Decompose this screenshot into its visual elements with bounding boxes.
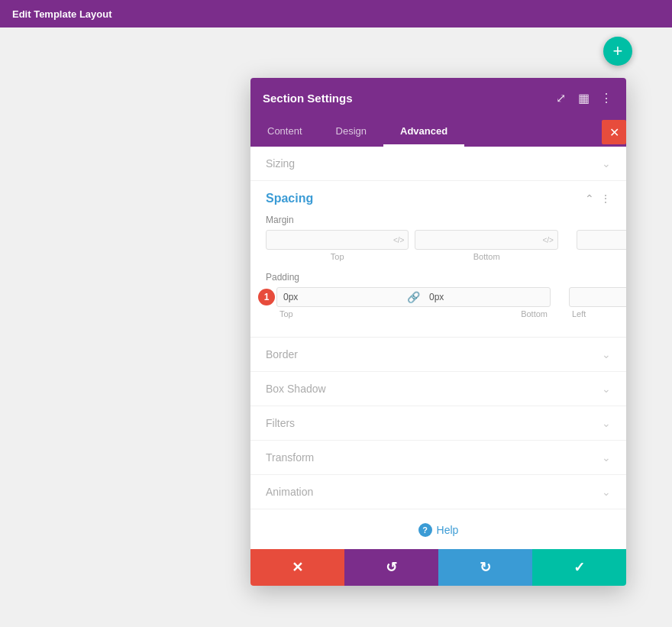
tab-advanced[interactable]: Advanced	[383, 118, 464, 147]
filters-section-row[interactable]: Filters ⌄	[250, 406, 626, 441]
spacing-more-icon[interactable]: ⋮	[600, 192, 611, 205]
margin-fields-row: </> Top </> Bottom	[266, 230, 611, 261]
padding-left-label: Left	[572, 309, 586, 318]
cancel-button[interactable]: ✕	[250, 549, 344, 586]
filters-label: Filters	[266, 417, 295, 429]
padding-top-label: Top	[279, 309, 293, 318]
margin-bottom-label: Bottom	[473, 252, 500, 261]
box-shadow-label: Box Shadow	[266, 383, 326, 395]
transform-label: Transform	[266, 451, 314, 464]
spacing-header: Spacing ⌃ ⋮	[266, 181, 611, 215]
padding-fields-row: 1 🔗 Top Bottom	[266, 287, 611, 318]
padding-tb-group: 🔗 Top Bottom	[276, 287, 551, 318]
margin-top-input-pair: </>	[266, 230, 409, 250]
spacing-section: Spacing ⌃ ⋮ Margin </> Top	[250, 181, 626, 338]
section-settings-modal: Section Settings ⤢ ▦ ⋮ Content Design Ad…	[250, 78, 626, 586]
columns-icon[interactable]: ▦	[576, 90, 591, 105]
margin-top-unit[interactable]: </>	[393, 232, 408, 248]
confirm-button[interactable]: ✓	[532, 549, 626, 586]
more-options-icon[interactable]: ⋮	[599, 90, 614, 105]
border-chevron-down-icon: ⌄	[602, 348, 611, 360]
margin-left-group: </> Left	[577, 230, 626, 261]
tab-content[interactable]: Content	[250, 118, 319, 147]
padding-link-icon[interactable]: 🔗	[404, 291, 423, 303]
animation-chevron-down-icon: ⌄	[602, 486, 611, 498]
margin-bottom-unit[interactable]: </>	[542, 232, 557, 248]
tabs-row: Content Design Advanced ✕	[250, 118, 626, 147]
transform-chevron-down-icon: ⌄	[602, 451, 611, 464]
top-bar: Edit Template Layout	[0, 0, 672, 27]
fab-button[interactable]: +	[603, 37, 632, 66]
margin-left-input-pair: </>	[577, 230, 626, 250]
border-section-row[interactable]: Border ⌄	[250, 338, 626, 372]
animation-section-row[interactable]: Animation ⌄	[250, 475, 626, 509]
spacing-chevron-up-icon[interactable]: ⌃	[585, 192, 594, 205]
padding-bottom-label: Bottom	[521, 309, 548, 318]
spacing-title: Spacing	[266, 192, 313, 205]
tab-close-button[interactable]: ✕	[602, 120, 626, 144]
margin-bottom-input[interactable]	[415, 231, 542, 249]
animation-label: Animation	[266, 486, 313, 498]
margin-top-group: </> Top	[266, 230, 409, 261]
modal-footer: ✕ ↺ ↻ ✓	[250, 549, 626, 586]
padding-left-input[interactable]	[570, 288, 626, 306]
padding-group: Padding 1 🔗 Top Bottom	[266, 272, 611, 318]
padding-lr-pair: </>	[569, 287, 626, 307]
help-label: Help	[437, 524, 459, 536]
modal-header-icons: ⤢ ▦ ⋮	[553, 90, 614, 105]
padding-bottom-input[interactable]	[423, 288, 550, 306]
margin-bottom-group: </> Bottom	[415, 230, 557, 261]
sizing-chevron-down-icon: ⌄	[602, 157, 611, 170]
help-icon: ?	[418, 523, 432, 537]
box-shadow-section-row[interactable]: Box Shadow ⌄	[250, 372, 626, 406]
spacing-header-icons: ⌃ ⋮	[585, 192, 611, 205]
sizing-section-row[interactable]: Sizing ⌄	[250, 147, 626, 181]
filters-chevron-down-icon: ⌄	[602, 417, 611, 429]
modal-title: Section Settings	[263, 92, 353, 105]
transform-section-row[interactable]: Transform ⌄	[250, 441, 626, 475]
sizing-label: Sizing	[266, 157, 295, 170]
undo-button[interactable]: ↺	[344, 549, 438, 586]
margin-label: Margin	[266, 215, 611, 225]
padding-label: Padding	[266, 272, 611, 283]
help-row[interactable]: ? Help	[250, 509, 626, 549]
margin-group: Margin </> Top </>	[266, 215, 611, 261]
border-label: Border	[266, 348, 298, 360]
top-bar-title: Edit Template Layout	[12, 8, 112, 20]
tab-design[interactable]: Design	[319, 118, 383, 147]
modal-header: Section Settings ⤢ ▦ ⋮	[250, 78, 626, 118]
step-badge-1: 1	[258, 289, 275, 305]
padding-top-input[interactable]	[277, 288, 404, 306]
margin-bottom-input-pair: </>	[415, 230, 557, 250]
padding-lr-group: </> Left Right	[569, 287, 626, 318]
margin-left-input[interactable]	[577, 231, 626, 249]
margin-top-label: Top	[331, 252, 344, 261]
redo-button[interactable]: ↻	[438, 549, 532, 586]
box-shadow-chevron-down-icon: ⌄	[602, 383, 611, 395]
padding-tb-pair: 🔗	[276, 287, 551, 307]
modal-body: Sizing ⌄ Spacing ⌃ ⋮ Margin	[250, 147, 626, 549]
margin-top-input[interactable]	[267, 231, 393, 249]
fullscreen-icon[interactable]: ⤢	[553, 90, 568, 105]
